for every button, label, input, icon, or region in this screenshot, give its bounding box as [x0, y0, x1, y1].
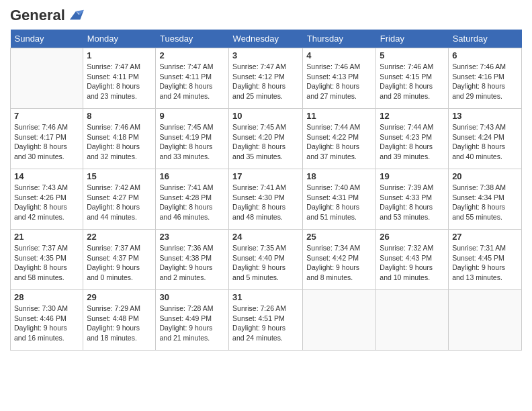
calendar-cell: 18Sunrise: 7:40 AMSunset: 4:31 PMDayligh…: [303, 169, 376, 230]
calendar-header-row: SundayMondayTuesdayWednesdayThursdayFrid…: [11, 30, 522, 48]
day-number: 28: [14, 292, 79, 302]
day-number: 5: [380, 50, 445, 60]
day-header-saturday: Saturday: [449, 30, 522, 48]
day-info: Sunrise: 7:47 AMSunset: 4:12 PMDaylight:…: [232, 62, 299, 101]
day-info: Sunrise: 7:28 AMSunset: 4:49 PMDaylight:…: [159, 304, 225, 343]
day-number: 16: [159, 171, 225, 181]
day-number: 6: [452, 50, 518, 60]
logo-general-text: General: [10, 7, 65, 24]
calendar-cell: 21Sunrise: 7:37 AMSunset: 4:35 PMDayligh…: [11, 230, 83, 290]
day-info: Sunrise: 7:39 AMSunset: 4:33 PMDaylight:…: [380, 183, 445, 222]
day-info: Sunrise: 7:26 AMSunset: 4:51 PMDaylight:…: [232, 304, 299, 343]
day-header-sunday: Sunday: [11, 30, 83, 48]
day-info: Sunrise: 7:44 AMSunset: 4:22 PMDaylight:…: [306, 122, 372, 162]
day-info: Sunrise: 7:32 AMSunset: 4:43 PMDaylight:…: [380, 243, 445, 283]
day-number: 9: [159, 111, 225, 121]
day-info: Sunrise: 7:46 AMSunset: 4:15 PMDaylight:…: [380, 62, 445, 101]
day-number: 15: [87, 171, 152, 181]
day-info: Sunrise: 7:42 AMSunset: 4:27 PMDaylight:…: [87, 183, 152, 222]
logo-bird-icon: [66, 9, 85, 22]
day-header-wednesday: Wednesday: [229, 30, 303, 48]
calendar-cell: 22Sunrise: 7:37 AMSunset: 4:37 PMDayligh…: [83, 230, 156, 290]
day-number: 29: [87, 292, 152, 302]
calendar-cell: 15Sunrise: 7:42 AMSunset: 4:27 PMDayligh…: [83, 169, 156, 230]
calendar-cell: 1Sunrise: 7:47 AMSunset: 4:11 PMDaylight…: [83, 48, 156, 109]
day-info: Sunrise: 7:36 AMSunset: 4:38 PMDaylight:…: [159, 243, 225, 283]
day-number: 31: [232, 292, 299, 302]
day-number: 10: [232, 111, 299, 121]
calendar-week-row: 1Sunrise: 7:47 AMSunset: 4:11 PMDaylight…: [11, 48, 522, 109]
day-number: 1: [87, 50, 152, 60]
day-number: 18: [306, 171, 372, 181]
day-number: 23: [159, 232, 225, 242]
calendar-cell: 7Sunrise: 7:46 AMSunset: 4:17 PMDaylight…: [11, 109, 83, 169]
day-info: Sunrise: 7:46 AMSunset: 4:17 PMDaylight:…: [14, 122, 79, 162]
day-info: Sunrise: 7:45 AMSunset: 4:20 PMDaylight:…: [232, 122, 299, 162]
day-info: Sunrise: 7:46 AMSunset: 4:18 PMDaylight:…: [87, 122, 152, 162]
calendar-cell: 4Sunrise: 7:46 AMSunset: 4:13 PMDaylight…: [303, 48, 376, 109]
day-info: Sunrise: 7:43 AMSunset: 4:26 PMDaylight:…: [14, 183, 79, 222]
calendar-cell: 25Sunrise: 7:34 AMSunset: 4:42 PMDayligh…: [303, 230, 376, 290]
calendar-cell: [11, 48, 83, 109]
calendar-cell: 16Sunrise: 7:41 AMSunset: 4:28 PMDayligh…: [156, 169, 229, 230]
calendar-cell: 11Sunrise: 7:44 AMSunset: 4:22 PMDayligh…: [303, 109, 376, 169]
day-number: 3: [232, 50, 299, 60]
day-info: Sunrise: 7:37 AMSunset: 4:37 PMDaylight:…: [87, 243, 152, 283]
day-info: Sunrise: 7:43 AMSunset: 4:24 PMDaylight:…: [452, 122, 518, 162]
day-info: Sunrise: 7:30 AMSunset: 4:46 PMDaylight:…: [14, 304, 79, 343]
day-number: 7: [14, 111, 79, 121]
calendar-cell: 5Sunrise: 7:46 AMSunset: 4:15 PMDaylight…: [376, 48, 449, 109]
calendar-table: SundayMondayTuesdayWednesdayThursdayFrid…: [10, 30, 522, 351]
day-info: Sunrise: 7:29 AMSunset: 4:48 PMDaylight:…: [87, 304, 152, 343]
calendar-cell: 26Sunrise: 7:32 AMSunset: 4:43 PMDayligh…: [376, 230, 449, 290]
day-info: Sunrise: 7:40 AMSunset: 4:31 PMDaylight:…: [306, 183, 372, 222]
calendar-cell: 29Sunrise: 7:29 AMSunset: 4:48 PMDayligh…: [83, 290, 156, 351]
calendar-cell: 30Sunrise: 7:28 AMSunset: 4:49 PMDayligh…: [156, 290, 229, 351]
day-info: Sunrise: 7:47 AMSunset: 4:11 PMDaylight:…: [87, 62, 152, 101]
day-number: 19: [380, 171, 445, 181]
day-number: 13: [452, 111, 518, 121]
calendar-cell: 17Sunrise: 7:41 AMSunset: 4:30 PMDayligh…: [229, 169, 303, 230]
day-info: Sunrise: 7:44 AMSunset: 4:23 PMDaylight:…: [380, 122, 445, 162]
day-info: Sunrise: 7:46 AMSunset: 4:13 PMDaylight:…: [306, 62, 372, 101]
calendar-week-row: 21Sunrise: 7:37 AMSunset: 4:35 PMDayligh…: [11, 230, 522, 290]
day-number: 24: [232, 232, 299, 242]
calendar-cell: 9Sunrise: 7:45 AMSunset: 4:19 PMDaylight…: [156, 109, 229, 169]
day-header-monday: Monday: [83, 30, 156, 48]
calendar-cell: 31Sunrise: 7:26 AMSunset: 4:51 PMDayligh…: [229, 290, 303, 351]
calendar-cell: 2Sunrise: 7:47 AMSunset: 4:11 PMDaylight…: [156, 48, 229, 109]
day-header-friday: Friday: [376, 30, 449, 48]
day-info: Sunrise: 7:35 AMSunset: 4:40 PMDaylight:…: [232, 243, 299, 283]
calendar-cell: 27Sunrise: 7:31 AMSunset: 4:45 PMDayligh…: [449, 230, 522, 290]
calendar-week-row: 14Sunrise: 7:43 AMSunset: 4:26 PMDayligh…: [11, 169, 522, 230]
day-info: Sunrise: 7:41 AMSunset: 4:28 PMDaylight:…: [159, 183, 225, 222]
day-number: 20: [452, 171, 518, 181]
day-number: 26: [380, 232, 445, 242]
day-number: 21: [14, 232, 79, 242]
day-number: 2: [159, 50, 225, 60]
calendar-cell: 3Sunrise: 7:47 AMSunset: 4:12 PMDaylight…: [229, 48, 303, 109]
day-info: Sunrise: 7:47 AMSunset: 4:11 PMDaylight:…: [159, 62, 225, 101]
calendar-cell: 20Sunrise: 7:38 AMSunset: 4:34 PMDayligh…: [449, 169, 522, 230]
day-number: 4: [306, 50, 372, 60]
day-info: Sunrise: 7:34 AMSunset: 4:42 PMDaylight:…: [306, 243, 372, 283]
calendar-cell: [376, 290, 449, 351]
calendar-cell: 6Sunrise: 7:46 AMSunset: 4:16 PMDaylight…: [449, 48, 522, 109]
calendar-cell: 24Sunrise: 7:35 AMSunset: 4:40 PMDayligh…: [229, 230, 303, 290]
calendar-cell: 12Sunrise: 7:44 AMSunset: 4:23 PMDayligh…: [376, 109, 449, 169]
logo: General: [10, 7, 85, 24]
day-header-thursday: Thursday: [303, 30, 376, 48]
calendar-cell: 13Sunrise: 7:43 AMSunset: 4:24 PMDayligh…: [449, 109, 522, 169]
day-number: 30: [159, 292, 225, 302]
day-number: 22: [87, 232, 152, 242]
day-info: Sunrise: 7:41 AMSunset: 4:30 PMDaylight:…: [232, 183, 299, 222]
calendar-cell: 28Sunrise: 7:30 AMSunset: 4:46 PMDayligh…: [11, 290, 83, 351]
day-number: 25: [306, 232, 372, 242]
day-info: Sunrise: 7:46 AMSunset: 4:16 PMDaylight:…: [452, 62, 518, 101]
header: General: [10, 7, 522, 24]
calendar-week-row: 7Sunrise: 7:46 AMSunset: 4:17 PMDaylight…: [11, 109, 522, 169]
calendar-cell: [303, 290, 376, 351]
calendar-cell: 23Sunrise: 7:36 AMSunset: 4:38 PMDayligh…: [156, 230, 229, 290]
calendar-body: 1Sunrise: 7:47 AMSunset: 4:11 PMDaylight…: [11, 48, 522, 351]
day-info: Sunrise: 7:37 AMSunset: 4:35 PMDaylight:…: [14, 243, 79, 283]
